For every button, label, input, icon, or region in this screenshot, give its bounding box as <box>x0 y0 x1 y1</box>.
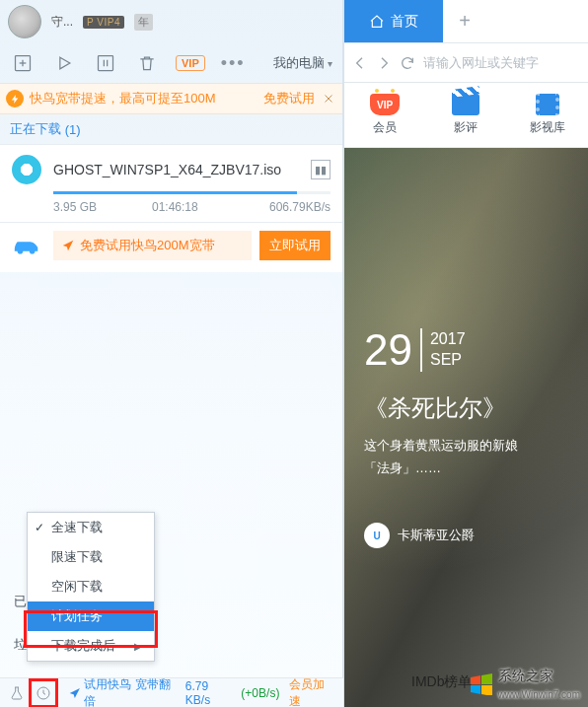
imdb-link[interactable]: IMDb榜单 <box>411 673 472 691</box>
clock-icon[interactable] <box>35 684 52 702</box>
try-now-button[interactable]: 立即试用 <box>259 231 331 260</box>
tab-home[interactable]: 首页 <box>344 0 443 42</box>
status-speed: 6.79 KB/s <box>185 679 236 707</box>
bolt-icon <box>6 90 24 107</box>
new-task-icon[interactable] <box>10 50 36 76</box>
hero-title: 《杀死比尔》 <box>364 392 506 424</box>
my-pc-label: 我的电脑 <box>273 54 325 72</box>
vip4-badge: P VIP4 <box>83 16 124 29</box>
watermark-brand: 系统之家 <box>498 668 553 683</box>
chevron-down-icon: ▾ <box>328 58 332 69</box>
task-speed: 606.79KB/s <box>269 200 331 214</box>
task-progress <box>53 191 331 194</box>
address-input[interactable] <box>423 55 588 70</box>
completed-label-cut: 已 <box>14 593 27 610</box>
tab-downloading[interactable]: 正在下载 <box>10 120 61 138</box>
highlight-box-clock <box>29 678 57 708</box>
download-task[interactable]: GHOST_WIN7SP1_X64_ZJBV17.iso ▮▮ 3.95 GB … <box>0 144 342 223</box>
hero-content[interactable]: 29 2017SEP 《杀死比尔》 这个身着黄黑运动服的新娘 「法身」…… U … <box>344 148 588 707</box>
trash-label-cut: 垃 <box>14 636 27 654</box>
svg-rect-4 <box>99 56 113 71</box>
bandwidth-promo: 免费试用快鸟200M宽带 <box>53 231 252 260</box>
tab-new[interactable]: + <box>443 0 486 42</box>
menu-full-speed[interactable]: ✓全速下载 <box>28 513 154 542</box>
menu-limit-speed[interactable]: 限速下载 <box>28 542 154 572</box>
task-pause-button[interactable]: ▮▮ <box>311 160 331 179</box>
more-icon[interactable]: ••• <box>221 54 246 72</box>
vip-crown-icon: VIP <box>370 94 400 115</box>
status-accel-link[interactable]: 会员加速 <box>289 676 335 708</box>
nav-member[interactable]: VIP 会员 <box>344 83 425 147</box>
nav-reload-icon[interactable] <box>400 53 415 73</box>
download-count: (1) <box>65 122 81 137</box>
close-icon[interactable] <box>321 91 336 106</box>
watermark: 系统之家 www.Winwin7.com <box>469 668 580 701</box>
car-icon <box>12 234 41 257</box>
author-name: 卡斯蒂亚公爵 <box>398 527 475 544</box>
watermark-url: www.Winwin7.com <box>498 689 580 700</box>
nav-forward-icon[interactable] <box>376 53 392 73</box>
menu-after-download[interactable]: 下载完成后▶ <box>28 631 154 661</box>
hero-desc-1: 这个身着黄黑运动服的新娘 <box>364 438 518 453</box>
film-icon <box>536 94 559 115</box>
hero-year: 2017 <box>430 330 466 347</box>
speed-context-menu: ✓全速下载 限速下载 空闲下载 计划任务 下载完成后▶ <box>27 512 155 662</box>
menu-scheduled-task[interactable]: 计划任务 <box>28 601 154 631</box>
hero-day: 29 <box>364 325 412 375</box>
hero-month: SEP <box>430 351 462 368</box>
hero-desc-2: 「法身」…… <box>364 460 441 475</box>
task-eta: 01:46:18 <box>152 200 269 214</box>
nav-library[interactable]: 影视库 <box>507 83 588 147</box>
windows-flag-icon <box>469 673 494 695</box>
user-avatar[interactable] <box>8 5 41 38</box>
my-pc-dropdown[interactable]: 我的电脑 ▾ <box>273 54 332 72</box>
status-provider[interactable]: 试用快鸟 宽带翻倍 <box>68 676 180 708</box>
task-filename: GHOST_WIN7SP1_X64_ZJBV17.iso <box>53 162 311 177</box>
home-icon <box>369 14 385 30</box>
nav-back-icon[interactable] <box>352 53 368 73</box>
status-plus: (+0B/s) <box>241 686 279 700</box>
clapboard-icon <box>452 94 479 115</box>
disc-icon <box>12 155 41 184</box>
author-avatar-icon: U <box>364 523 390 548</box>
year-badge: 年 <box>134 14 153 31</box>
svg-marker-3 <box>60 57 70 69</box>
play-icon[interactable] <box>51 50 77 76</box>
vip-pill[interactable]: VIP <box>176 55 205 71</box>
nav-review[interactable]: 影评 <box>425 83 506 147</box>
task-size: 3.95 GB <box>53 200 152 214</box>
username: 守... <box>51 14 73 31</box>
menu-idle-download[interactable]: 空闲下载 <box>28 572 154 601</box>
flask-icon[interactable] <box>8 684 25 702</box>
promo-try-link[interactable]: 免费试用 <box>263 90 315 107</box>
pause-icon[interactable] <box>93 50 118 76</box>
promo-text: 快鸟宽带提速，最高可提至100M <box>30 90 216 107</box>
date-separator <box>420 328 422 372</box>
delete-icon[interactable] <box>134 50 160 76</box>
